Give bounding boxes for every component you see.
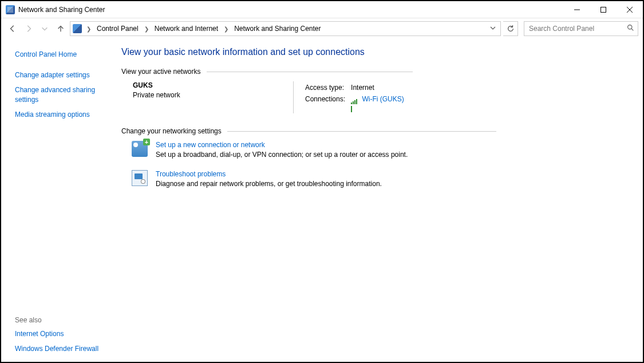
main-content: View your basic network information and …	[116, 39, 643, 362]
seealso-defender-firewall[interactable]: Windows Defender Firewall	[15, 341, 109, 356]
address-dropdown-button[interactable]	[488, 25, 498, 33]
sidebar-link-advanced-sharing[interactable]: Change advanced sharing settings	[15, 82, 109, 106]
sidebar: Control Panel Home Change adapter settin…	[1, 39, 116, 362]
breadcrumb-control-panel[interactable]: Control Panel	[96, 23, 140, 34]
svg-point-5	[628, 25, 632, 29]
sidebar-link-media-streaming[interactable]: Media streaming options	[15, 107, 109, 122]
see-also-label: See also	[15, 313, 109, 326]
breadcrumb-network-internet[interactable]: Network and Internet	[153, 23, 219, 34]
connection-link[interactable]: Wi-Fi (GUKS)	[362, 95, 404, 103]
access-type-value: Internet	[351, 82, 409, 93]
forward-button[interactable]	[22, 22, 35, 35]
vertical-divider	[293, 81, 294, 113]
connections-label: Connections:	[305, 94, 350, 104]
troubleshoot-icon	[132, 170, 148, 186]
address-bar[interactable]: ❯ Control Panel ❯ Network and Internet ❯…	[70, 21, 501, 36]
active-networks-label: View your active networks	[121, 68, 631, 76]
sidebar-link-adapter[interactable]: Change adapter settings	[15, 68, 109, 82]
setup-connection-link[interactable]: Set up a new connection or network	[156, 141, 408, 149]
active-network-box: GUKS Private network Access type: Intern…	[133, 81, 631, 113]
svg-rect-1	[601, 7, 606, 12]
nav-row: ❯ Control Panel ❯ Network and Internet ❯…	[1, 18, 643, 39]
search-input[interactable]	[528, 24, 627, 33]
up-button[interactable]	[54, 22, 68, 35]
maximize-button[interactable]	[590, 1, 617, 18]
titlebar: Network and Sharing Center	[1, 1, 643, 18]
seealso-internet-options[interactable]: Internet Options	[15, 326, 109, 341]
troubleshoot-desc: Diagnose and repair network problems, or…	[156, 180, 382, 188]
network-type: Private network	[133, 91, 293, 99]
network-name: GUKS	[133, 81, 293, 89]
page-heading: View your basic network information and …	[121, 45, 631, 65]
troubleshoot-item: Troubleshoot problems Diagnose and repai…	[132, 170, 631, 188]
window-title: Network and Sharing Center	[18, 6, 105, 14]
chevron-right-icon[interactable]: ❯	[223, 26, 230, 32]
change-settings-label: Change your networking settings	[121, 127, 631, 135]
minimize-button[interactable]	[564, 1, 590, 18]
troubleshoot-link[interactable]: Troubleshoot problems	[156, 170, 382, 178]
breadcrumb-current[interactable]: Network and Sharing Center	[233, 23, 322, 34]
app-icon	[6, 5, 15, 14]
address-icon	[73, 24, 82, 33]
svg-line-6	[631, 29, 633, 30]
chevron-right-icon[interactable]: ❯	[85, 26, 92, 32]
control-panel-home-link[interactable]: Control Panel Home	[15, 47, 109, 62]
refresh-button[interactable]	[503, 21, 518, 36]
wifi-signal-icon	[351, 96, 359, 102]
setup-connection-item: Set up a new connection or network Set u…	[132, 141, 631, 159]
setup-connection-desc: Set up a broadband, dial-up, or VPN conn…	[156, 151, 408, 159]
back-button[interactable]	[6, 22, 19, 35]
chevron-right-icon[interactable]: ❯	[143, 26, 150, 32]
recent-dropdown-button[interactable]	[38, 22, 52, 35]
setup-connection-icon	[132, 141, 148, 157]
search-box[interactable]	[524, 21, 638, 36]
close-button[interactable]	[617, 1, 643, 18]
access-type-label: Access type:	[305, 82, 350, 93]
search-icon[interactable]	[627, 24, 634, 33]
